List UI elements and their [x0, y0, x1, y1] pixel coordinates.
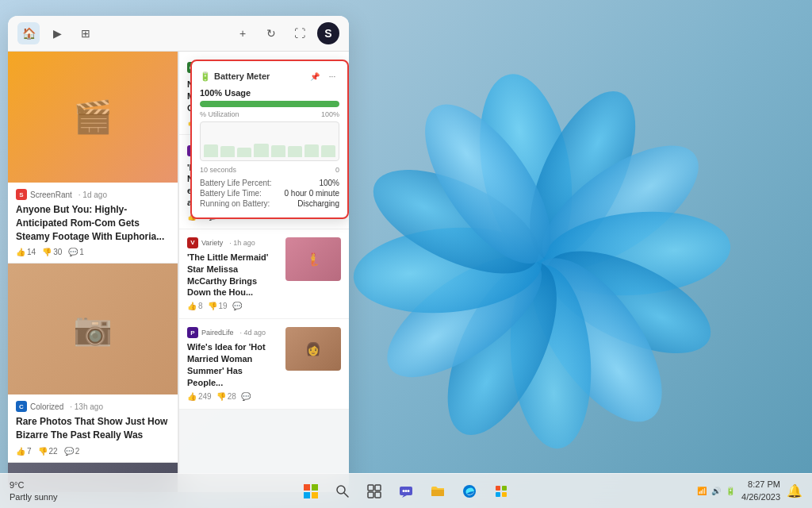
- card7-actions: 👍 249 👎 28 💬: [187, 392, 279, 401]
- grid-nav-button[interactable]: ⊞: [75, 22, 97, 44]
- card1-source-icon: S: [16, 189, 27, 200]
- battery-more-button[interactable]: ···: [325, 69, 339, 83]
- card1-thumbnail: 🎬: [8, 52, 178, 183]
- chat-button[interactable]: [393, 479, 419, 504]
- taskbar-center: [298, 479, 514, 504]
- battery-bar-fill: [200, 101, 339, 107]
- weather-temp: 9°C: [10, 479, 58, 491]
- svg-rect-31: [502, 492, 507, 497]
- card7-like[interactable]: 👍 249: [187, 392, 212, 401]
- card7-source: P PairedLife · 4d ago: [187, 327, 279, 338]
- user-avatar[interactable]: S: [317, 22, 339, 44]
- card2-overlay: C Colorized · 13h ago Rare Photos That S…: [8, 394, 178, 462]
- taskbar-time[interactable]: 8:27 PM 4/26/2023: [741, 479, 780, 503]
- chart-bar-2: [220, 146, 235, 157]
- notification-icon[interactable]: 🔔: [787, 483, 802, 498]
- folder-button[interactable]: [425, 479, 450, 504]
- windows-flower: [352, 24, 733, 468]
- weather-desc: Partly sunny: [10, 491, 58, 503]
- video-nav-button[interactable]: ▶: [46, 22, 68, 44]
- news-col-left: 🎬 S ScreenRant · 1d ago Anyone But You: …: [8, 52, 178, 492]
- news-card-6[interactable]: V Variety · 1h ago 'The Little Mermaid' …: [179, 229, 349, 319]
- card6-dislike[interactable]: 👎 19: [208, 302, 228, 310]
- card6-actions: 👍 8 👎 19 💬: [187, 302, 279, 310]
- news-card-1[interactable]: 🎬 S ScreenRant · 1d ago Anyone But You: …: [8, 52, 178, 264]
- battery-widget-header: 🔋 Battery Meter 📌 ···: [200, 69, 339, 83]
- card7-source-icon: P: [187, 327, 198, 338]
- battery-axis: % Utilization 100%: [200, 110, 339, 118]
- card2-dislike[interactable]: 👎 22: [38, 447, 58, 456]
- wifi-icon[interactable]: 📶: [697, 487, 707, 495]
- taskbar-right: 📶 🔊 🔋 8:27 PM 4/26/2023 🔔: [697, 479, 802, 503]
- card1-source: S ScreenRant · 1d ago: [16, 189, 170, 200]
- card7-dislike[interactable]: 👎 28: [216, 392, 236, 401]
- card2-title: Rare Photos That Show Just How Bizarre T…: [16, 415, 170, 442]
- card1-actions: 👍 14 👎 30 💬 1: [16, 248, 170, 256]
- card6-source-icon: V: [187, 237, 198, 248]
- card1-overlay: S ScreenRant · 1d ago Anyone But You: Hi…: [8, 183, 178, 263]
- battery-actions: 📌 ···: [308, 69, 339, 83]
- svg-rect-22: [375, 492, 381, 498]
- battery-tray-icon[interactable]: 🔋: [726, 487, 735, 495]
- expand-button[interactable]: ⛶: [289, 22, 311, 44]
- svg-line-18: [344, 493, 348, 497]
- card2-source-icon: C: [16, 401, 27, 412]
- svg-rect-21: [368, 492, 373, 498]
- news-card-2[interactable]: 📷 C Colorized · 13h ago Rare Photos That…: [8, 264, 178, 463]
- chart-bar-5: [271, 145, 285, 157]
- svg-rect-30: [496, 492, 500, 497]
- card7-title: Wife's Idea for 'Hot Married Woman Summe…: [187, 341, 279, 388]
- edge-icon: [462, 484, 477, 498]
- svg-rect-28: [496, 486, 500, 491]
- date-display: 4/26/2023: [741, 491, 780, 503]
- card6-thumbnail: 🧜: [285, 237, 341, 281]
- windows-logo-icon: [304, 484, 318, 498]
- card2-comment[interactable]: 💬 2: [64, 447, 80, 456]
- windows-start-button[interactable]: [298, 479, 324, 504]
- taskview-icon: [367, 484, 381, 498]
- search-button[interactable]: [330, 479, 355, 504]
- card2-like[interactable]: 👍 7: [16, 447, 32, 456]
- chart-bar-6: [288, 146, 302, 157]
- card6-like[interactable]: 👍 8: [187, 302, 203, 310]
- card6-comment[interactable]: 💬: [232, 302, 242, 310]
- refresh-button[interactable]: ↻: [260, 22, 282, 44]
- card1-like[interactable]: 👍 14: [16, 248, 36, 256]
- news-panel-header: 🏠 ▶ ⊞ + ↻ ⛶ S: [8, 16, 349, 52]
- taskview-button[interactable]: [362, 479, 387, 504]
- time-display: 8:27 PM: [741, 479, 780, 491]
- card6-title: 'The Little Mermaid' Star Melissa McCart…: [187, 252, 279, 298]
- svg-rect-19: [368, 485, 373, 491]
- card1-dislike[interactable]: 👎 30: [42, 248, 62, 256]
- battery-chart-bars: [201, 122, 339, 160]
- chart-bar-8: [321, 145, 335, 157]
- battery-pin-button[interactable]: 📌: [308, 69, 322, 83]
- chart-bar-3: [237, 148, 251, 157]
- battery-running-row: Running on Battery: Discharging: [200, 199, 339, 208]
- news-panel: 🏠 ▶ ⊞ + ↻ ⛶ S 🔋 Battery Meter 📌 ··· 100%…: [8, 16, 349, 492]
- chat-icon: [399, 484, 413, 498]
- home-nav-button[interactable]: 🏠: [17, 22, 40, 44]
- svg-rect-14: [312, 484, 318, 491]
- battery-icon: 🔋: [200, 71, 211, 82]
- weather-info[interactable]: 9°C Partly sunny: [10, 479, 58, 503]
- battery-widget: 🔋 Battery Meter 📌 ··· 100% Usage % Utili…: [190, 60, 349, 219]
- card1-title: Anyone But You: Highly-Anticipated Rom-C…: [16, 203, 170, 243]
- store-icon: [494, 484, 508, 498]
- svg-rect-15: [304, 492, 310, 498]
- svg-rect-29: [502, 486, 507, 491]
- add-button[interactable]: +: [232, 22, 254, 44]
- svg-rect-20: [375, 485, 381, 491]
- card1-comment[interactable]: 💬 1: [68, 248, 84, 256]
- taskbar: 9°C Partly sunny: [0, 473, 812, 508]
- edge-button[interactable]: [457, 479, 482, 504]
- card7-content: P PairedLife · 4d ago Wife's Idea for 'H…: [187, 327, 279, 400]
- news-card-7[interactable]: P PairedLife · 4d ago Wife's Idea for 'H…: [179, 319, 349, 409]
- svg-rect-13: [304, 484, 310, 491]
- chart-bar-7: [304, 144, 319, 157]
- card7-comment[interactable]: 💬: [241, 392, 251, 401]
- card2-actions: 👍 7 👎 22 💬 2: [16, 447, 170, 456]
- store-button[interactable]: [488, 479, 514, 504]
- speaker-icon[interactable]: 🔊: [711, 487, 721, 495]
- card2-thumbnail: 📷: [8, 264, 178, 394]
